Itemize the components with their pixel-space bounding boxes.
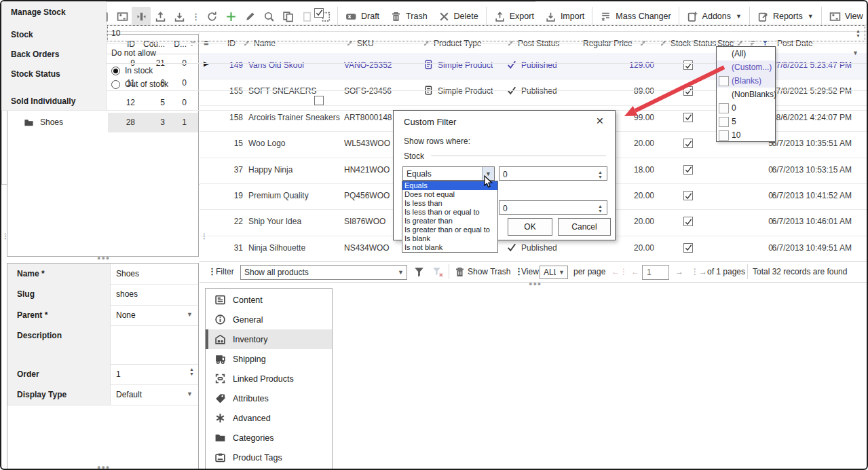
product-tabs-panel: ContentGeneralInventoryShippingLinked Pr… (205, 288, 333, 470)
tab-general[interactable]: General (206, 310, 332, 329)
field-label: Sold Individually (11, 96, 75, 106)
next-page-icon[interactable]: → (675, 267, 683, 276)
tab-label: Attributes (233, 394, 269, 403)
stock-status-checkbox[interactable] (683, 191, 693, 200)
stock-status-checkbox[interactable] (683, 113, 693, 122)
tree-row[interactable]: Shoes2831 (7, 113, 198, 132)
close-icon[interactable]: ✕ (596, 115, 604, 126)
chevron-down-icon[interactable]: ▼ (395, 269, 407, 276)
tab-product-tags[interactable]: Product Tags (206, 448, 332, 467)
tab-attributes[interactable]: Attributes (206, 388, 332, 408)
operator-option[interactable]: Is greater than or equal to (402, 225, 497, 234)
chevron-down-icon[interactable]: ▼ (556, 269, 567, 276)
cell-post-date: 6/7/2013 10:41:52 AM (755, 191, 852, 200)
page-number-value: 1 (647, 268, 652, 277)
stock-filter-option[interactable]: (Blanks) (717, 74, 775, 88)
chevron-down-icon[interactable]: ▼ (187, 391, 193, 397)
back-orders-value[interactable]: Do not allow (111, 48, 156, 58)
grid-splitter-handle[interactable]: ⋮ (201, 235, 208, 238)
stock-filter-option[interactable]: 5 (717, 115, 775, 128)
operator-option[interactable]: Is greater than (402, 217, 497, 225)
operator-option[interactable]: Equals (402, 181, 497, 190)
bottom-splitter-handle[interactable]: ●●● (97, 464, 110, 470)
stock-filter-option[interactable]: 0 (717, 101, 775, 115)
operator-option[interactable]: Is not blank (402, 243, 497, 252)
option-label: 0 (732, 103, 736, 113)
operator-option[interactable]: Is blank (402, 234, 497, 243)
chevron-down-icon[interactable]: ▼ (187, 311, 193, 318)
operator-option[interactable]: Does not equal (402, 190, 497, 199)
stock-status-radio-option[interactable]: In stock (111, 66, 153, 75)
stock-status-checkbox[interactable] (683, 217, 693, 226)
filter-combo[interactable]: Show all products ▼ (240, 265, 407, 280)
operator-option[interactable]: Is less than (402, 199, 497, 208)
view-label: View (521, 267, 539, 276)
operator-combo[interactable]: Equals ▼ (402, 166, 495, 181)
option-checkbox[interactable] (719, 117, 729, 127)
stock-input[interactable]: 10▲▼ (107, 25, 865, 41)
cell-name: Woo Logo (248, 139, 286, 148)
stock-status-checkbox[interactable] (683, 243, 693, 253)
prev-page-icon[interactable]: ← (631, 267, 639, 276)
filter-value1-input[interactable]: 0 ▲▼ (499, 166, 607, 181)
chevron-down-icon[interactable]: ▼ (852, 50, 858, 56)
stock-filter-option[interactable]: (All) (717, 47, 775, 60)
tree-category-name[interactable]: Shoes (40, 118, 63, 127)
left-splitter-handle[interactable]: ⋮ (2, 235, 9, 238)
radio-button[interactable] (111, 67, 120, 75)
stock-status-radio-option[interactable]: Out of stock (111, 79, 168, 89)
field-label: Order (17, 369, 39, 379)
manage-stock-checkbox[interactable] (314, 8, 324, 18)
stock-filter-option[interactable]: (NonBlanks) (717, 88, 775, 101)
spinner[interactable]: ▲▼ (189, 367, 194, 376)
show-trash-button[interactable]: Show Trash (468, 267, 510, 276)
field-value[interactable]: Default (116, 390, 142, 399)
tab-linked-products[interactable]: Linked Products (206, 369, 332, 388)
stock-status-checkbox[interactable] (683, 139, 693, 148)
stock-status-checkbox[interactable] (683, 165, 693, 175)
field-label: Back Orders (11, 50, 59, 59)
operator-dropdown-list: EqualsDoes not equalIs less thanIs less … (402, 181, 498, 253)
first-page-icon[interactable]: ←⋮ (611, 267, 628, 276)
option-checkbox[interactable] (719, 76, 729, 86)
field-value[interactable]: shoes (116, 289, 138, 299)
stock-filter-option[interactable]: 10 (717, 128, 775, 142)
field-value[interactable]: None (116, 310, 136, 320)
page-number-input[interactable]: 1 (642, 265, 669, 280)
chevron-down-icon[interactable]: ▼ (482, 167, 494, 180)
tab-content[interactable]: Content (206, 290, 332, 310)
tab-inventory[interactable]: Inventory (206, 329, 332, 349)
radio-label: In stock (125, 66, 153, 75)
form-label-cell: Description (7, 325, 111, 364)
form-row: Name *Shoes (7, 264, 198, 285)
option-checkbox[interactable] (719, 103, 729, 113)
cancel-button[interactable]: Cancel (558, 218, 611, 236)
cell-sku: ART8000148 (344, 113, 392, 122)
sold-individually-checkbox[interactable] (314, 96, 324, 105)
operator-option[interactable]: Is less than or equal to (402, 208, 497, 217)
radio-button[interactable] (111, 80, 120, 89)
stock-filter-option[interactable]: (Custom...) (717, 60, 775, 74)
field-value[interactable]: 1 (116, 369, 121, 379)
tab-advanced[interactable]: Advanced (206, 408, 332, 428)
tree-form-splitter-handle[interactable]: ●●● (97, 255, 110, 261)
field-value[interactable]: Shoes (116, 269, 139, 278)
ok-button[interactable]: OK (508, 218, 552, 236)
apply-filter-icon[interactable] (413, 266, 425, 280)
cell-sku: WL543WOO (344, 139, 390, 148)
grid-form-splitter-handle[interactable]: ●●● (529, 281, 542, 287)
option-checkbox[interactable] (719, 130, 729, 141)
trash-icon[interactable] (454, 266, 466, 280)
cell-post-date: 6/7/2013 10:49:51 AM (755, 243, 852, 253)
tab-shipping[interactable]: Shipping (206, 349, 332, 369)
tab-categories[interactable]: Categories (206, 428, 332, 448)
filter-value2-input[interactable]: 0 ▲▼ (499, 200, 607, 215)
spinner[interactable]: ▲▼ (856, 29, 861, 38)
form-row: Parent *None▼ (7, 305, 198, 326)
last-page-icon[interactable]: ⋮→ (691, 267, 707, 276)
spinner[interactable]: ▲▼ (598, 204, 603, 213)
clear-filter-icon[interactable] (432, 266, 443, 280)
category-edit-form: Name *ShoesSlugshoesParent *None▼Descrip… (7, 263, 199, 470)
spinner[interactable]: ▲▼ (598, 170, 603, 179)
per-page-combo[interactable]: ALL ▼ (540, 266, 568, 279)
